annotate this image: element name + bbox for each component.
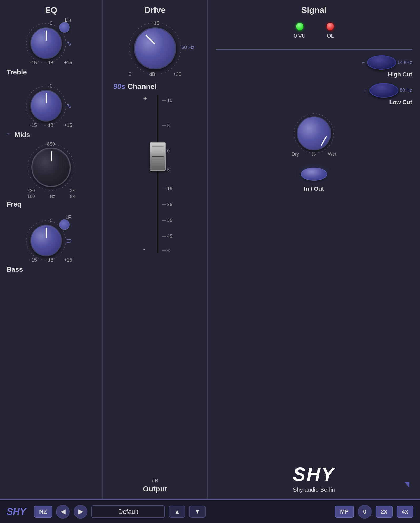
signal-divider [216,49,412,50]
bass-knob-with-ticks: LF [30,225,62,256]
vu-led [296,23,303,30]
bass-label: Bass [7,265,96,274]
low-cut-label: Low Cut [389,99,412,105]
mids-knob-with-ticks [30,90,62,122]
bass-section: 0 LF ⊃ [7,218,96,274]
fader-tick-25: 25 [162,202,172,207]
mids-freq-area: ⌐ Mids [7,131,96,139]
fader-thumb[interactable] [150,142,166,171]
plugin-container: EQ 0 Lin [0,0,420,523]
drive-title: Drive [108,5,202,15]
channel-italic: 90s [113,82,126,90]
main-area: EQ 0 Lin [0,0,420,499]
signal-indicators: 0 VU OL [216,23,412,39]
freq-hz-label: Hz [50,194,55,199]
mids-knob-wrapper: ∿ [30,90,72,122]
twox-button[interactable]: 2x [376,506,392,518]
ol-label: OL [327,33,334,39]
inout-section: In / Out [216,165,412,192]
mix-knob[interactable] [297,116,331,150]
fader-area: + - 10 [108,95,202,475]
treble-knob-container: 0 Lin ∿ [7,20,96,66]
drive-knob-area: +15 60 Hz 0 dB +30 [108,20,202,77]
upload-icon: ▲ [174,508,180,515]
bottom-logo: SHY [7,506,26,517]
high-cut-label: High Cut [388,71,412,78]
low-cut-freq-label: 80 Hz [400,88,412,93]
treble-lin-button[interactable] [59,22,70,33]
drive-knob-wrapper: 60 Hz [134,27,176,69]
mix-knob-wrapper [297,116,331,150]
inout-button[interactable] [301,168,327,181]
treble-label: Treble [7,68,96,76]
fader-minus-label: - [143,245,147,253]
drive-knob[interactable] [134,27,176,69]
freq-knob[interactable] [31,148,71,187]
treble-lin-label: Lin [65,17,71,23]
fader-wrapper: + - 10 [143,95,167,475]
freq-bottom-right: 8k [70,194,75,199]
inout-label: In / Out [304,185,324,192]
fader-tick-5a: 5 [162,123,170,128]
signal-title: Signal [216,5,412,15]
ol-indicator: OL [327,23,334,39]
high-cut-section: ⌐ 14 kHz High Cut [216,55,412,78]
bass-lf-button[interactable] [59,219,70,230]
download-button[interactable]: ▼ [189,506,206,518]
vu-indicator: 0 VU [294,23,306,39]
triangle-icon [405,482,409,488]
treble-knob-wrapper: Lin ∿ [30,27,72,59]
high-cut-row: ⌐ 14 kHz [216,55,412,70]
vu-label: 0 VU [294,33,306,39]
fader-plus-label: + [143,95,147,102]
high-cut-freq-label: 14 kHz [397,60,412,65]
bass-knob[interactable] [30,225,62,256]
shy-subtitle: Shy audio Berlin [216,486,412,493]
treble-knob[interactable] [30,27,62,59]
fader-tick-35: 35 [162,218,172,223]
freq-knob-with-ticks [31,148,71,187]
shy-logo-area: SHY Shy audio Berlin [216,458,412,493]
low-cut-icon: ⌐ [364,88,367,93]
freq-label: Freq [7,200,21,208]
ol-led [327,23,334,30]
freq-bottom-labels2: 100 Hz 8k [27,194,75,199]
bass-knob-container: 0 LF ⊃ [7,218,96,263]
low-cut-row: ⌐ 80 Hz [216,83,412,98]
freq-bottom-left: 100 [27,194,35,199]
fader-plus-minus: + - [143,95,147,253]
drive-panel: Drive +15 60 Hz 0 dB +30 [103,0,208,499]
mids-knob-container: 0 ∿ -15 dB +15 [7,83,96,128]
fourx-button[interactable]: 4x [397,506,413,518]
bass-lf-label: LF [66,215,71,220]
fader-tick-15: 15 [162,186,172,192]
shy-logo: SHY [216,464,412,485]
prev-icon: ◀ [61,508,65,515]
fader-tick-10: 10 [162,98,172,103]
output-label: Output [108,485,202,493]
nz-button[interactable]: NZ [34,506,52,518]
mids-section: 0 ∿ -15 dB +15 [7,83,96,211]
channel-label: 90s Channel [113,82,202,91]
low-cut-button[interactable] [369,83,398,98]
next-icon: ▶ [78,508,83,515]
upload-button[interactable]: ▲ [169,506,185,518]
zero-button[interactable]: 0 [358,505,372,519]
low-cut-label-row: Low Cut [216,99,412,106]
fader-tick-45: 45 [162,234,172,239]
treble-toggle-area: Lin [59,22,70,33]
mp-button[interactable]: MP [335,506,354,518]
treble-section: 0 Lin ∿ [7,20,96,76]
mix-section: Dry % Wet [216,116,412,157]
drive-hz-text: 60 Hz [181,44,194,50]
prev-button[interactable]: ◀ [56,505,70,519]
next-button[interactable]: ▶ [74,505,87,519]
mids-knob[interactable] [30,90,62,122]
fader-rail [157,95,158,253]
low-cut-section: ⌐ 80 Hz Low Cut [216,83,412,106]
fader-tick-inf: ∞ [162,248,171,253]
high-cut-button[interactable] [367,55,396,70]
treble-knob-with-ticks: Lin [30,27,62,59]
freq-knob-container: 850 220 3k 100 [7,142,96,208]
eq-title: EQ [7,5,96,15]
